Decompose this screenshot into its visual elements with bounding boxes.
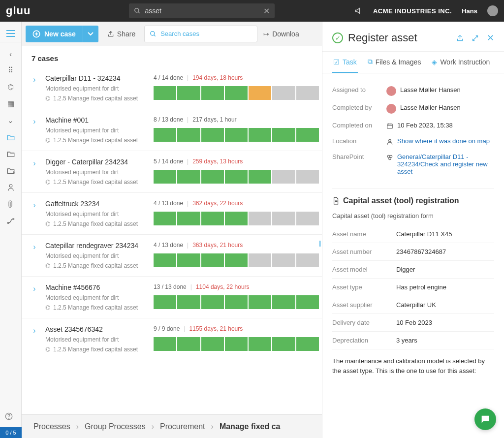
form-row-label: Asset supplier xyxy=(332,301,396,309)
new-case-button[interactable]: New case xyxy=(26,26,83,42)
expand-case-icon[interactable]: › xyxy=(29,283,40,311)
chat-bubble[interactable] xyxy=(474,408,496,430)
rail-counter[interactable]: 0 / 5 xyxy=(0,427,22,438)
form-row-value: 3 years xyxy=(396,337,494,344)
nav-folder-open-icon[interactable] xyxy=(4,132,18,143)
share-task-icon[interactable] xyxy=(456,34,464,42)
sharepoint-link[interactable]: General/Caterpillar D11 - 324234/Check a… xyxy=(397,153,494,175)
split-handle[interactable]: ‖ xyxy=(318,233,322,253)
case-row[interactable]: › Machine #456676 Motorised equipment fo… xyxy=(22,277,322,318)
avatar[interactable] xyxy=(487,5,498,16)
help-icon[interactable] xyxy=(5,412,13,420)
expand-case-icon[interactable]: › xyxy=(29,158,40,186)
progress-bar xyxy=(154,128,319,142)
case-row[interactable]: › Caterpillar D11 - 324234 Motorised equ… xyxy=(22,67,322,109)
expand-case-icon[interactable]: › xyxy=(29,200,40,227)
nav-grid-icon[interactable]: ▦ xyxy=(4,98,18,109)
breadcrumb-item[interactable]: Processes xyxy=(33,422,70,431)
case-process-ref: ⌬ 1.2.5 Manage fixed capital asset xyxy=(45,346,149,353)
close-panel-icon[interactable]: ✕ xyxy=(487,32,494,43)
breadcrumb-item[interactable]: Group Processes xyxy=(85,422,146,431)
case-title: Asset 2345676342 xyxy=(45,325,149,333)
expand-case-icon[interactable]: › xyxy=(29,242,40,269)
assigned-to-label: Assigned to xyxy=(332,86,386,96)
share-button[interactable]: Share xyxy=(104,30,138,38)
diamond-icon: ◈ xyxy=(432,58,437,66)
global-search[interactable]: ✕ xyxy=(129,3,275,18)
form-row-label: Delivery date xyxy=(332,319,396,326)
case-done-count: 5 / 14 done xyxy=(154,158,183,165)
form-row-label: Asset type xyxy=(332,283,396,291)
form-heading: Capital asset (tool) registration xyxy=(332,196,494,205)
nav-path-icon[interactable] xyxy=(4,216,18,226)
avatar xyxy=(386,104,396,114)
breadcrumb-sep: › xyxy=(211,422,214,431)
case-process-ref: ⌬ 1.2.5 Manage fixed capital asset xyxy=(45,262,149,269)
nav-flow-icon[interactable]: ⌬ xyxy=(4,82,18,93)
svg-point-7 xyxy=(9,185,12,188)
case-row[interactable]: › Digger - Caterpillar 234234 Motorised … xyxy=(22,151,322,193)
progress-segment xyxy=(249,253,271,267)
expand-case-icon[interactable]: › xyxy=(29,116,40,144)
breadcrumb-item[interactable]: Procurement xyxy=(160,422,205,431)
case-process-ref: ⌬ 1.2.5 Manage fixed capital asset xyxy=(45,137,149,144)
expand-panel-icon[interactable] xyxy=(472,34,479,42)
case-search[interactable] xyxy=(144,26,257,42)
progress-segment xyxy=(249,295,271,309)
case-done-count: 9 / 9 done xyxy=(154,325,180,332)
announcements-icon[interactable] xyxy=(354,6,363,15)
case-row[interactable]: › Catepillar rendegraver 234234 Motorise… xyxy=(22,235,322,277)
username[interactable]: Hans xyxy=(462,7,477,15)
share-label: Share xyxy=(117,30,135,38)
case-row[interactable]: › Asset 2345676342 Motorised equipment f… xyxy=(22,318,322,360)
case-title: Caterpillar D11 - 324234 xyxy=(45,74,149,82)
nav-folder-add-icon[interactable] xyxy=(4,165,18,176)
case-count: 7 cases xyxy=(22,46,322,67)
nav-hierarchy-icon[interactable]: ⠿ xyxy=(4,65,18,76)
progress-segment xyxy=(225,337,248,351)
nav-user-icon[interactable] xyxy=(4,182,18,193)
progress-segment xyxy=(177,253,200,267)
chevron-down-icon[interactable]: ⌄ xyxy=(4,115,18,126)
progress-bar xyxy=(154,295,319,309)
progress-segment xyxy=(225,295,248,309)
location-link[interactable]: Show where it was done on map xyxy=(397,137,490,145)
progress-segment xyxy=(177,337,200,351)
progress-segment xyxy=(296,253,319,267)
form-section: Capital asset (tool) registration Capita… xyxy=(332,188,494,375)
download-icon: ↦ xyxy=(263,30,269,38)
case-row[interactable]: › Machine #001 Motorised equipment for d… xyxy=(22,109,322,151)
search-icon xyxy=(134,7,141,14)
case-search-input[interactable] xyxy=(160,30,252,37)
nav-attachment-icon[interactable] xyxy=(4,199,18,210)
completed-by-label: Completed by xyxy=(332,104,386,114)
expand-case-icon[interactable]: › xyxy=(29,325,40,353)
case-row[interactable]: › Gaffeltruck 23234 Motorised equipment … xyxy=(22,193,322,235)
calendar-icon xyxy=(386,123,393,129)
svg-point-11 xyxy=(9,418,9,419)
form-row: Asset modelDigger xyxy=(332,261,494,279)
clear-search-icon[interactable]: ✕ xyxy=(263,6,270,16)
progress-segment xyxy=(177,212,200,225)
case-list: › Caterpillar D11 - 324234 Motorised equ… xyxy=(22,67,322,438)
collapse-icon[interactable]: ‹ xyxy=(4,48,18,59)
tab-files[interactable]: ⧉ Files & Images xyxy=(367,52,422,73)
form-row-value: Caterpillar UK xyxy=(396,301,494,309)
expand-case-icon[interactable]: › xyxy=(29,74,40,102)
menu-toggle-icon[interactable] xyxy=(0,25,22,42)
new-case-dropdown[interactable] xyxy=(83,26,98,42)
form-subtitle: Capital asset (tool) registration form xyxy=(332,212,494,219)
progress-segment xyxy=(154,212,176,225)
progress-segment xyxy=(177,295,200,309)
tab-wi-label: Work Instruction xyxy=(440,58,490,66)
case-subtitle: Motorised equipment for dirt xyxy=(45,211,149,218)
nav-folder-icon[interactable] xyxy=(4,149,18,159)
tab-work-instruction[interactable]: ◈ Work Instruction xyxy=(431,52,491,73)
progress-segment xyxy=(177,128,200,142)
form-row-label: Asset name xyxy=(332,230,396,238)
tab-task[interactable]: ☑ Task xyxy=(332,52,358,73)
location-label: Location xyxy=(332,137,386,145)
logo: gluu xyxy=(6,4,31,17)
download-button[interactable]: ↦ Downloa xyxy=(263,30,299,38)
global-search-input[interactable] xyxy=(145,7,263,15)
